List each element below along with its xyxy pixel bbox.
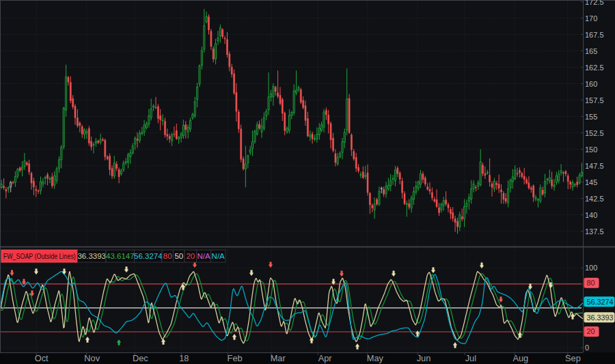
svg-text:152.5: 152.5 [585, 129, 604, 137]
svg-text:36.3393: 36.3393 [77, 252, 106, 260]
svg-text:N/A: N/A [197, 252, 210, 260]
svg-text:N/A: N/A [212, 252, 226, 260]
svg-text:43.6147: 43.6147 [106, 252, 135, 260]
svg-text:172.5: 172.5 [585, 0, 604, 6]
svg-text:Jul: Jul [465, 353, 476, 363]
svg-text:FW_SOAP (Outside Lines): FW_SOAP (Outside Lines) [3, 252, 76, 260]
svg-text:Apr: Apr [318, 353, 333, 363]
svg-text:Aug: Aug [512, 353, 528, 363]
svg-text:142.5: 142.5 [585, 195, 604, 203]
svg-text:140: 140 [585, 211, 597, 219]
svg-text:100: 100 [585, 264, 597, 272]
svg-text:157.5: 157.5 [585, 96, 604, 104]
svg-text:80: 80 [163, 252, 172, 260]
svg-text:20: 20 [587, 327, 595, 335]
svg-text:20: 20 [186, 252, 195, 260]
svg-text:170: 170 [585, 14, 597, 23]
svg-text:Jun: Jun [417, 353, 431, 363]
svg-text:Feb: Feb [228, 353, 243, 363]
svg-text:May: May [367, 353, 384, 363]
svg-text:150: 150 [585, 145, 597, 154]
svg-text:147.5: 147.5 [585, 162, 604, 170]
svg-text:50: 50 [174, 252, 183, 260]
svg-text:56.3274: 56.3274 [587, 298, 614, 306]
svg-text:18: 18 [179, 353, 189, 363]
svg-text:160: 160 [585, 80, 597, 88]
svg-text:155: 155 [585, 113, 597, 121]
svg-text:36.3393: 36.3393 [587, 313, 614, 322]
svg-text:137.5: 137.5 [585, 227, 604, 236]
svg-text:Mar: Mar [271, 353, 286, 363]
svg-text:0: 0 [585, 344, 589, 352]
svg-text:165: 165 [585, 47, 597, 55]
svg-text:145: 145 [585, 178, 597, 186]
svg-text:162.5: 162.5 [585, 64, 604, 72]
svg-text:167.5: 167.5 [585, 31, 604, 39]
svg-text:56.3274: 56.3274 [134, 252, 163, 260]
svg-text:80: 80 [587, 279, 595, 287]
